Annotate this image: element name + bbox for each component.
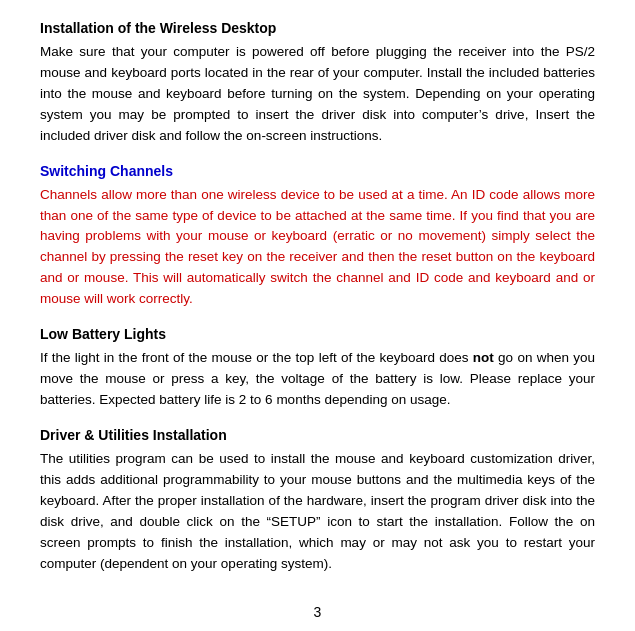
section-body-wireless-desktop: Make sure that your computer is powered … [40,42,595,147]
section-title-driver-utilities: Driver & Utilities Installation [40,427,595,443]
section-switching-channels: Switching Channels Channels allow more t… [40,163,595,311]
section-low-battery: Low Battery Lights If the light in the f… [40,326,595,411]
section-body-low-battery: If the light in the front of the mouse o… [40,348,595,411]
section-body-driver-utilities: The utilities program can be used to ins… [40,449,595,575]
section-title-low-battery: Low Battery Lights [40,326,595,342]
section-wireless-desktop: Installation of the Wireless Desktop Mak… [40,20,595,147]
section-body-switching-channels: Channels allow more than one wireless de… [40,185,595,311]
section-driver-utilities: Driver & Utilities Installation The util… [40,427,595,575]
low-battery-not: not [473,350,494,365]
section-title-switching-channels: Switching Channels [40,163,595,179]
low-battery-text-1: If the light in the front of the mouse o… [40,350,473,365]
section-title-wireless-desktop: Installation of the Wireless Desktop [40,20,595,36]
page-number: 3 [40,604,595,620]
